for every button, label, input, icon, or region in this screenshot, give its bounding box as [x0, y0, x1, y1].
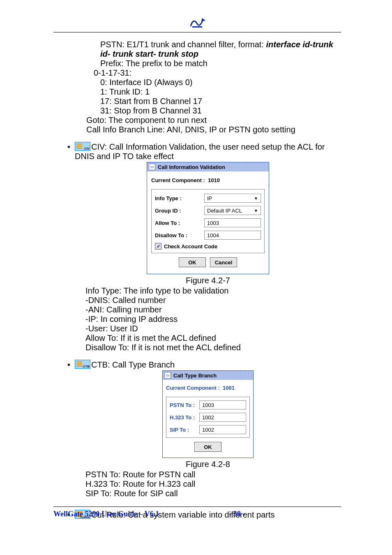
pstn-to-input[interactable]: 1003 — [199, 400, 246, 409]
current-component: Current Component : 1010 — [151, 177, 265, 183]
text-line: PSTN: E1/T1 trunk and channel filter, fo… — [100, 40, 341, 59]
pstn-to-label: PSTN To : — [170, 402, 199, 408]
text-line: 0-1-17-31: — [94, 68, 341, 78]
footer-rule — [53, 506, 341, 507]
h323-to-label: H.323 To : — [170, 414, 199, 421]
disallow-to-input[interactable]: 1004 — [204, 231, 261, 240]
text-line: Goto: The component to run next — [86, 116, 341, 125]
cancel-button[interactable]: Cancel — [210, 257, 237, 267]
ctb-heading: CTB: Call Type Branch — [91, 360, 175, 369]
ok-button[interactable]: OK — [194, 442, 221, 452]
text-line: PSTN To: Route for PSTN call — [85, 470, 341, 479]
text-line: Disallow To: If it is not met the ACL de… — [85, 343, 341, 352]
text-line: SIP To: Route for SIP call — [85, 489, 341, 498]
allow-to-input[interactable]: 1003 — [204, 218, 261, 227]
text-line: -User: User ID — [85, 324, 341, 333]
dialog-titlebar: ▭ Call Information Validation — [147, 162, 269, 171]
text-line: -ANI: Calling number — [85, 305, 341, 314]
info-type-label: Info Type : — [155, 195, 204, 201]
text-line: Call Info Branch Line: ANI, DNIS, IP or … — [86, 125, 341, 134]
group-id-label: Group ID : — [155, 208, 204, 214]
text-line: Allow To: If it is met the ACL defined — [85, 333, 341, 343]
sip-to-input[interactable]: 1002 — [199, 425, 246, 434]
civ-heading: CIV: Call Information Validation, the us… — [75, 142, 325, 161]
svg-marker-0 — [201, 18, 205, 21]
civ-icon: CIV — [75, 142, 90, 151]
current-component: Current Component : 1001 — [166, 385, 250, 391]
dialog-window-icon: ▭ — [164, 372, 171, 379]
bullet-icon: • — [67, 142, 75, 152]
svg-rect-1 — [192, 26, 202, 28]
header-logo — [53, 16, 341, 30]
check-account-checkbox[interactable]: ✓Check Account Code — [155, 243, 261, 250]
dialog-window-icon: ▭ — [149, 164, 155, 170]
text-line: 1: Trunk ID: 1 — [100, 87, 341, 97]
text-line: Info Type: The info type to be validatio… — [85, 286, 341, 296]
h323-to-input[interactable]: 1002 — [199, 413, 246, 422]
page-footer: WellGate 5290 User Guide – V6.1- 38 - — [53, 510, 245, 518]
ctb-dialog: ▭ Call Type Branch Current Component : 1… — [162, 370, 254, 458]
civ-dialog: ▭ Call Information Validation Current Co… — [147, 162, 269, 274]
bullet-icon: • — [67, 360, 75, 370]
text-line: H.323 To: Route for H.323 call — [85, 479, 341, 489]
text-line: 0: Interface ID (Always 0) — [100, 78, 341, 87]
figure-caption: Figure 4.2-7 — [75, 276, 341, 285]
text-line: Prefix: The prefix to be match — [100, 59, 341, 68]
text-line: -DNIS: Called number — [85, 296, 341, 305]
text-line: 17: Start from B Channel 17 — [100, 97, 341, 106]
disallow-to-label: Disallow To : — [155, 232, 204, 238]
dialog-titlebar: ▭ Call Type Branch — [163, 371, 253, 380]
allow-to-label: Allow To : — [155, 220, 204, 226]
dialog-title: Call Type Branch — [173, 372, 217, 379]
text-line: 31: Stop from B Channel 31 — [100, 106, 341, 116]
info-type-select[interactable]: IP — [204, 194, 261, 203]
text-line: -IP: In coming IP address — [85, 314, 341, 324]
group-id-select[interactable]: Default IP ACL — [204, 206, 261, 215]
dialog-title: Call Information Validation — [158, 164, 225, 170]
header-rule — [53, 32, 341, 32]
sip-to-label: SIP To : — [170, 427, 199, 433]
figure-caption: Figure 4.2-8 — [75, 460, 341, 469]
ctb-icon: CTB — [75, 360, 90, 369]
ok-button[interactable]: OK — [179, 257, 206, 267]
